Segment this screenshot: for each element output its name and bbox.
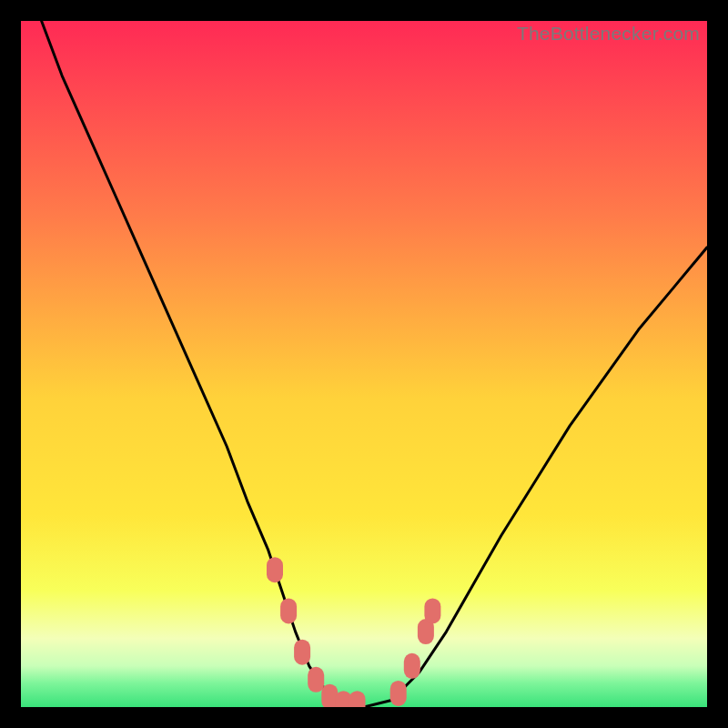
curve-marker — [308, 667, 324, 693]
curve-marker — [390, 681, 407, 706]
curve-marker — [280, 598, 297, 623]
watermark-label: TheBottlenecker.com — [517, 23, 700, 45]
curve-marker — [424, 598, 440, 623]
curve-marker — [294, 640, 310, 665]
curve-marker — [267, 557, 283, 582]
gradient-background — [21, 21, 707, 707]
curve-marker — [349, 691, 366, 707]
curve-marker — [404, 653, 420, 679]
bottleneck-chart — [21, 21, 707, 707]
chart-frame: TheBottlenecker.com — [21, 21, 707, 707]
